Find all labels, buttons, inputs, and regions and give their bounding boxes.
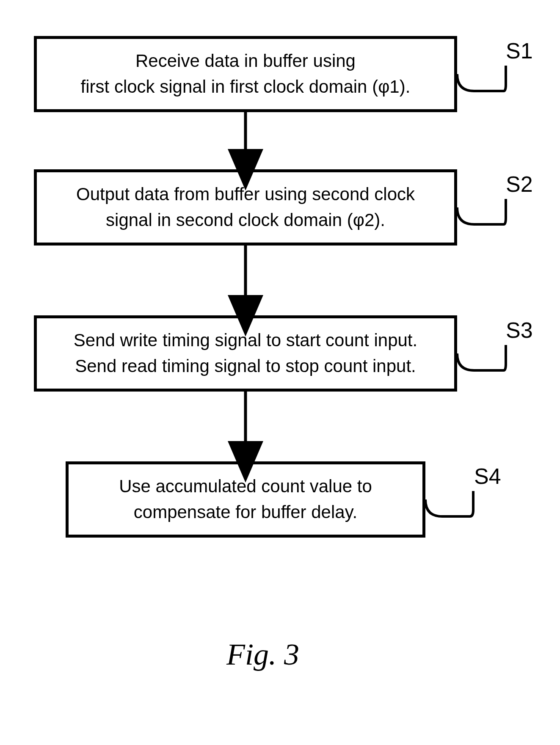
flow-step-s2-label: S2 bbox=[506, 171, 533, 197]
flow-step-s3-label: S3 bbox=[506, 317, 533, 343]
connector-s1 bbox=[457, 66, 506, 91]
flow-step-s3: Send write timing signal to start count … bbox=[34, 315, 457, 392]
flow-step-s1-text: Receive data in buffer usingfirst clock … bbox=[81, 48, 411, 100]
flow-step-s1: Receive data in buffer usingfirst clock … bbox=[34, 36, 457, 112]
flow-step-s4: Use accumulated count value tocompensate… bbox=[66, 461, 425, 538]
flow-step-s3-text: Send write timing signal to start count … bbox=[74, 328, 417, 379]
flow-step-s2: Output data from buffer using second clo… bbox=[34, 169, 457, 246]
connector-s2 bbox=[457, 199, 506, 224]
flow-step-s4-text: Use accumulated count value tocompensate… bbox=[119, 474, 372, 525]
figure-caption: Fig. 3 bbox=[226, 637, 299, 672]
connector-s3 bbox=[457, 345, 506, 370]
flowchart-canvas: Receive data in buffer usingfirst clock … bbox=[0, 0, 560, 745]
connector-s4 bbox=[425, 491, 473, 516]
flow-step-s1-label: S1 bbox=[506, 38, 533, 63]
flow-step-s2-text: Output data from buffer using second clo… bbox=[76, 182, 415, 233]
flow-step-s4-label: S4 bbox=[474, 464, 501, 489]
